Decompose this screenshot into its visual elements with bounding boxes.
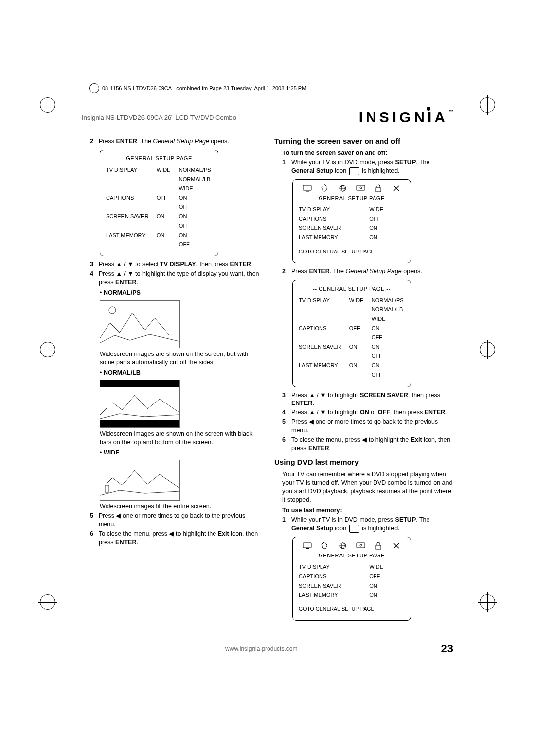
header-rule [82, 130, 453, 130]
crop-mark-icon [40, 594, 55, 610]
option-description: Widescreen images are shown on the scree… [100, 350, 261, 367]
option-normal-ps: NORMAL/PS [104, 289, 141, 296]
osd-general-setup-summary: -- GENERAL SETUP PAGE -- TV DISPLAYWIDE … [292, 537, 411, 621]
up-down-arrow-icon: ▲ / ▼ [116, 270, 133, 277]
left-arrow-icon: ◀ [116, 512, 121, 519]
step-number: 4 [282, 408, 288, 417]
svg-rect-7 [357, 185, 365, 190]
bullet-icon: • [100, 289, 102, 296]
osd-title: -- GENERAL SETUP PAGE -- [299, 195, 405, 202]
page-number: 23 [441, 642, 453, 655]
footer-url: www.insignia-products.com [225, 645, 297, 652]
svg-point-18 [360, 544, 362, 546]
lock-icon [374, 185, 383, 192]
step-number: 1 [282, 516, 288, 533]
bullet-icon: • [100, 369, 102, 376]
left-column: 2 Press ENTER. The General Setup Page op… [82, 136, 261, 625]
osd-footer: GOTO GENERAL SETUP PAGE [299, 248, 405, 255]
up-down-arrow-icon: ▲ / ▼ [309, 392, 326, 399]
svg-rect-17 [357, 543, 365, 548]
exit-icon [392, 542, 401, 549]
left-arrow-icon: ◀ [309, 418, 314, 425]
svg-rect-2 [303, 185, 311, 190]
step-number: 3 [282, 391, 288, 408]
option-normal-lb: NORMAL/LB [104, 369, 141, 376]
osd-general-setup-summary: -- GENERAL SETUP PAGE -- TV DISPLAYWIDE … [292, 179, 411, 263]
crop-mark-icon [480, 342, 495, 357]
section-heading-screensaver: Turning the screen saver on and off [274, 136, 453, 146]
diagram-normal-ps [100, 300, 180, 348]
osd-title: -- GENERAL SETUP PAGE -- [299, 552, 405, 559]
hand-icon [321, 542, 329, 549]
left-arrow-icon: ◀ [362, 436, 367, 443]
step-text: To close the menu, press ◀ to highlight … [99, 530, 261, 547]
step-text: Press ▲ / ▼ to select TV DISPLAY, then p… [99, 260, 261, 269]
step-number: 4 [90, 270, 96, 287]
step-text: Press ENTER. The General Setup Page open… [291, 267, 453, 276]
lock-icon [374, 542, 383, 549]
brand-text: INSIGNIA [359, 109, 448, 125]
left-arrow-icon: ◀ [169, 530, 174, 537]
osd-general-setup-detail: -- GENERAL SETUP PAGE -- TV DISPLAYWIDEN… [292, 280, 411, 387]
screen-icon [303, 185, 312, 192]
step-number: 1 [282, 158, 288, 175]
section-heading-lastmemory: Using DVD last memory [274, 457, 453, 467]
up-down-arrow-icon: ▲ / ▼ [309, 409, 326, 416]
screen-icon [349, 525, 359, 533]
bullet-icon: • [100, 449, 102, 456]
option-wide: WIDE [104, 449, 120, 456]
step-number: 6 [282, 436, 288, 453]
right-column: Turning the screen saver on and off To t… [274, 136, 453, 625]
print-metadata: 08-1156 NS-LTDVD26-09CA - combined.fm Pa… [89, 83, 306, 93]
step-text: Press ▲ / ▼ to highlight ON or OFF, then… [291, 408, 453, 417]
print-mark-icon [89, 83, 99, 93]
step-number: 2 [282, 267, 288, 276]
step-number: 5 [90, 512, 96, 529]
exit-icon [392, 185, 401, 192]
osd-title: -- GENERAL SETUP PAGE -- [106, 155, 212, 162]
body-text: Your TV can remember where a DVD stopped… [282, 470, 453, 504]
step-text: Press ◀ one or more times to go back to … [99, 512, 261, 529]
hand-icon [321, 185, 329, 192]
svg-rect-3 [306, 191, 309, 192]
step-text: While your TV is in DVD mode, press SETU… [291, 516, 453, 533]
crop-mark-icon [40, 342, 55, 357]
crop-mark-icon [480, 97, 495, 113]
monitor-icon [356, 185, 365, 192]
svg-rect-19 [376, 545, 381, 549]
step-text: Press ▲ / ▼ to highlight the type of dis… [99, 270, 261, 287]
step-number: 6 [90, 530, 96, 547]
diagram-wide [100, 460, 180, 501]
svg-rect-12 [303, 543, 311, 548]
svg-point-0 [109, 307, 116, 314]
step-text: Press ▲ / ▼ to highlight SCREEN SAVER, t… [291, 391, 453, 408]
step-text: To close the menu, press ◀ to highlight … [291, 436, 453, 453]
osd-title: -- GENERAL SETUP PAGE -- [299, 285, 405, 293]
print-meta-text: 08-1156 NS-LTDVD26-09CA - combined.fm Pa… [102, 85, 306, 91]
option-description: Widescreen images fill the entire screen… [100, 503, 261, 511]
product-name: Insignia NS-LTDVD26-09CA 26" LCD TV/DVD … [82, 114, 236, 121]
crop-mark-icon [40, 97, 55, 113]
globe-icon [338, 185, 347, 192]
screen-icon [303, 542, 312, 549]
up-down-arrow-icon: ▲ / ▼ [116, 261, 133, 268]
monitor-icon [356, 542, 365, 549]
svg-rect-9 [376, 188, 381, 192]
step-number: 3 [90, 260, 96, 269]
trademark: ™ [448, 109, 453, 114]
step-text: Press ENTER. The General Setup Page open… [99, 137, 261, 146]
option-description: Widescreen images are shown on the scree… [100, 430, 261, 447]
brand-dot-icon [427, 107, 430, 111]
globe-icon [338, 542, 347, 549]
crop-mark-icon [480, 594, 495, 610]
step-number: 5 [282, 418, 288, 435]
svg-rect-1 [105, 485, 109, 492]
osd-footer: GOTO GENERAL SETUP PAGE [299, 605, 405, 612]
svg-rect-13 [306, 548, 309, 549]
screen-icon [349, 167, 359, 175]
step-number: 2 [90, 137, 96, 146]
diagram-normal-lb [100, 380, 180, 428]
step-text: While your TV is in DVD mode, press SETU… [291, 158, 453, 175]
osd-general-setup-detail: -- GENERAL SETUP PAGE -- TV DISPLAYWIDEN… [100, 150, 218, 256]
procedure-heading: To use last memory: [282, 506, 453, 515]
